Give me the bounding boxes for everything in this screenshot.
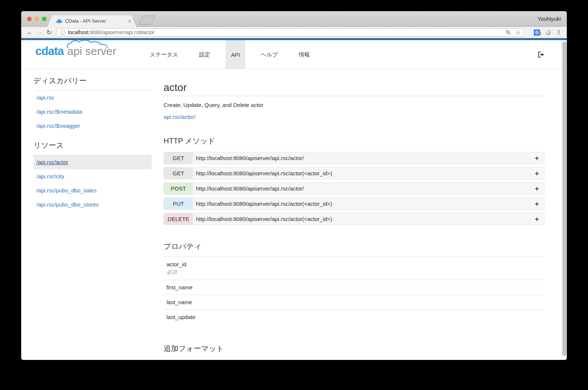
additional-formats-heading: 追加フォーマット	[164, 344, 545, 354]
method-row-put[interactable]: PUT http://localhost:8080/apiserver/api.…	[164, 198, 545, 210]
method-verb-badge: DELETE	[164, 213, 193, 225]
sidebar-link[interactable]: /api.rsc/pubs_dbo_sales	[36, 187, 97, 194]
zoom-level-icon[interactable]	[505, 30, 511, 35]
property-row-first-name: first_name	[164, 280, 545, 295]
property-row-last-name: last_name	[164, 295, 545, 310]
property-name: last_update	[167, 314, 542, 320]
properties-heading: プロパティ	[164, 241, 545, 257]
translate-icon[interactable]: G 文	[534, 29, 540, 36]
nav-item-help[interactable]: ヘルプ	[256, 40, 283, 69]
sidebar-item-city[interactable]: /api.rsc/city	[33, 169, 152, 183]
page-info-icon[interactable]: i	[60, 30, 65, 35]
sidebar-link[interactable]: /api.rsc/$metadata	[36, 108, 82, 115]
method-row-get-collection[interactable]: GET http://localhost:8080/apiserver/api.…	[164, 152, 545, 164]
scrollbar-thumb[interactable]	[562, 42, 566, 356]
logo-cdata-text: cdata	[35, 45, 64, 57]
browser-tab[interactable]: CData - API Server ×	[47, 15, 136, 27]
property-name: last_name	[167, 299, 542, 305]
expand-plus-icon[interactable]: +	[535, 200, 539, 207]
sidebar-item-swagger[interactable]: /api.rsc/$swagger	[33, 119, 152, 133]
traffic-lights	[27, 17, 46, 21]
page-subtitle: Create, Update, Query, and Delete actor	[164, 102, 545, 108]
additional-formats-description: すべてのAPI リソースおよびアクションがサポートするデフォルトのJSON OD…	[164, 360, 545, 360]
close-window-button[interactable]	[27, 17, 32, 21]
expand-plus-icon[interactable]: +	[535, 170, 539, 177]
nav-item-status[interactable]: ステータス	[145, 40, 183, 69]
sidebar-link[interactable]: /api.rsc/pubs_dbo_stores	[36, 201, 99, 208]
nav-item-settings[interactable]: 設定	[194, 40, 215, 69]
expand-plus-icon[interactable]: +	[535, 185, 539, 192]
method-url: http://localhost:8080/apiserver/api.rsc/…	[196, 170, 535, 176]
tab-close-icon[interactable]: ×	[128, 19, 131, 24]
logout-icon[interactable]	[538, 52, 544, 58]
sidebar-link[interactable]: /api.rsc	[36, 94, 54, 101]
discovery-heading: ディスカバリー	[33, 76, 152, 91]
resources-heading: リソース	[33, 140, 152, 155]
nav-item-api[interactable]: API	[226, 40, 245, 69]
main-nav: ステータス 設定 API ヘルプ 情報	[139, 40, 320, 69]
page-title: actor	[164, 82, 545, 96]
main-column: actor Create, Update, Query, and Delete …	[164, 76, 545, 360]
new-tab-button[interactable]	[139, 16, 156, 25]
reload-button[interactable]: ↻	[44, 29, 54, 36]
zoom-window-button[interactable]	[42, 17, 46, 21]
forward-button[interactable]: →	[35, 29, 44, 36]
page-scrollbar[interactable]	[561, 40, 567, 360]
expand-plus-icon[interactable]: +	[535, 215, 539, 222]
sidebar-link-selected[interactable]: /api.rsc/actor	[36, 159, 68, 165]
resources-list: /api.rsc/actor /api.rsc/city /api.rsc/pu…	[33, 155, 152, 212]
sidebar-link[interactable]: /api.rsc/$swagger	[36, 123, 80, 129]
property-name: actor_id	[167, 261, 542, 267]
extension-icon[interactable]	[545, 30, 551, 35]
sidebar-item-pubs-dbo-stores[interactable]: /api.rsc/pubs_dbo_stores	[33, 198, 152, 212]
sidebar-link[interactable]: /api.rsc/city	[36, 173, 64, 179]
method-url: http://localhost:8080/apiserver/api.rsc/…	[196, 201, 535, 207]
method-row-get-item[interactable]: GET http://localhost:8080/apiserver/api.…	[164, 167, 545, 179]
method-url: http://localhost:8080/apiserver/api.rsc/…	[196, 216, 535, 222]
properties-list: actor_id 必須 first_name last_name last_up…	[164, 257, 545, 324]
os-user-name: Yoshiyuki	[537, 16, 561, 22]
method-row-post[interactable]: POST http://localhost:8080/apiserver/api…	[164, 182, 545, 195]
http-method-list: GET http://localhost:8080/apiserver/api.…	[164, 152, 545, 225]
url-text[interactable]: localhost:8080/apiserver/api.rst#actor	[68, 29, 501, 35]
method-row-delete[interactable]: DELETE http://localhost:8080/apiserver/a…	[164, 213, 545, 225]
browser-window: CData - API Server × Yoshiyuki ← → ↻ i l…	[21, 11, 567, 360]
sidebar-item-api-rsc[interactable]: /api.rsc	[33, 91, 152, 105]
url-path: :8080/apiserver/api.rst#actor	[88, 29, 154, 35]
bookmark-star-icon[interactable]: ☆	[516, 29, 521, 36]
property-row-actor-id: actor_id 必須	[164, 257, 545, 280]
method-url: http://localhost:8080/apiserver/api.rsc/…	[196, 155, 535, 161]
method-verb-badge: PUT	[164, 198, 193, 209]
site-header: cdata api server ステータス 設定 API ヘルプ 情報	[21, 40, 567, 69]
sidebar-item-pubs-dbo-sales[interactable]: /api.rsc/pubs_dbo_sales	[33, 183, 152, 198]
http-methods-heading: HTTP メソッド	[164, 136, 545, 146]
translate-moji-glyph: 文	[538, 30, 542, 36]
tab-favicon-cloud-icon	[56, 19, 62, 23]
url-host: localhost	[68, 29, 88, 35]
address-bar[interactable]: i localhost:8080/apiserver/api.rst#actor…	[57, 28, 524, 36]
logo-cloud-icon	[66, 40, 122, 49]
property-row-last-update: last_update	[164, 310, 545, 324]
expand-plus-icon[interactable]: +	[535, 155, 539, 162]
tab-title: CData - API Server	[65, 18, 128, 24]
method-verb-badge: GET	[164, 168, 193, 179]
minimize-window-button[interactable]	[35, 17, 39, 21]
browser-menu-icon[interactable]: ⋮	[556, 29, 562, 36]
method-verb-badge: POST	[164, 183, 193, 194]
sidebar-item-metadata[interactable]: /api.rsc/$metadata	[33, 105, 152, 119]
resource-url-link[interactable]: api.rsc/actor/	[164, 114, 196, 120]
property-required-note: 必須	[167, 269, 542, 276]
cdata-api-server-logo[interactable]: cdata api server	[35, 45, 116, 57]
nav-item-info[interactable]: 情報	[294, 40, 315, 69]
browser-toolbar: ← → ↻ i localhost:8080/apiserver/api.rst…	[21, 27, 567, 38]
discovery-list: /api.rsc /api.rsc/$metadata /api.rsc/$sw…	[33, 91, 152, 133]
titlebar: CData - API Server × Yoshiyuki	[21, 11, 567, 27]
method-url: http://localhost:8080/apiserver/api.rsc/…	[196, 185, 535, 192]
sidebar-item-actor[interactable]: /api.rsc/actor	[33, 155, 152, 169]
back-button[interactable]: ←	[25, 29, 35, 36]
page-content: cdata api server ステータス 設定 API ヘルプ 情報	[21, 40, 567, 360]
method-verb-badge: GET	[164, 152, 193, 164]
property-name: first_name	[167, 284, 542, 290]
sidebar: ディスカバリー /api.rsc /api.rsc/$metadata /api…	[33, 76, 152, 219]
